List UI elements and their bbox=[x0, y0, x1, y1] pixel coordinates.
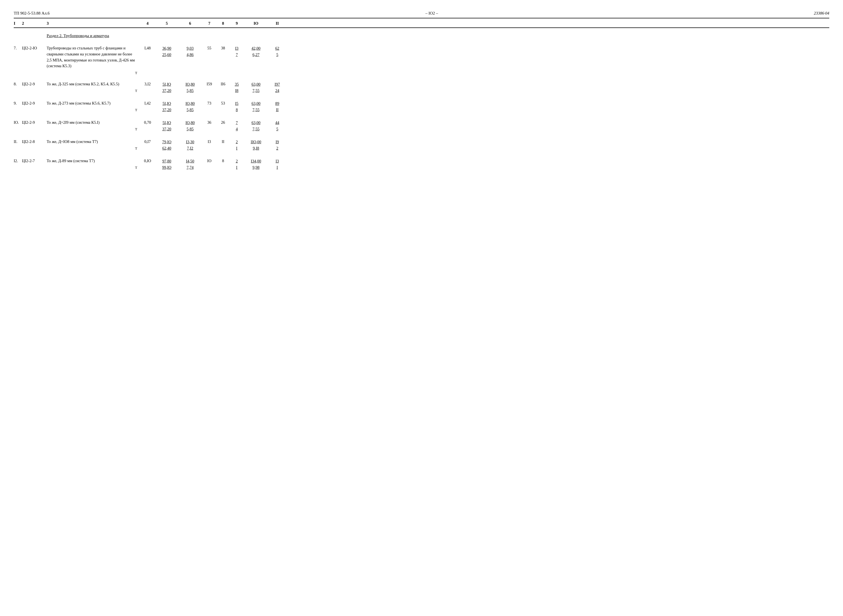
table-row: II. ЦI2-2-8 То же, Д=IO8 мм (система Т7)… bbox=[14, 136, 829, 155]
header-center: – IO2 – bbox=[426, 11, 438, 16]
col10-value: I34,00 9,98 bbox=[244, 158, 268, 171]
col-header-3: 3 bbox=[47, 21, 140, 26]
row-code: ЦI2-2-9 bbox=[22, 120, 47, 125]
col4-value: 0,I7 bbox=[140, 139, 155, 144]
section-title-underlined: Трубопроводы и арматура bbox=[63, 34, 109, 38]
col7-value: 36 bbox=[202, 120, 217, 125]
col6-value: 9,03 4,86 bbox=[178, 45, 202, 58]
row-code: ЦI2-2-9 bbox=[22, 81, 47, 87]
table-body: 7. ЦI2-2-IO Трубопроводы из стальных тру… bbox=[14, 43, 829, 175]
col6-value: IO,80 5,85 bbox=[178, 120, 202, 132]
col9-value: I5 8 bbox=[229, 100, 244, 113]
row-number: 7. bbox=[14, 45, 22, 50]
col-header-4: 4 bbox=[140, 21, 155, 26]
table-row: I2. ЦI2-2-7 То же, Д-89 мм (система Т7) … bbox=[14, 155, 829, 175]
header-left: ТП 902-5-53.88 Ал.6 bbox=[14, 11, 50, 16]
row-number: II. bbox=[14, 139, 22, 144]
col-header-9: 9 bbox=[229, 21, 244, 26]
col8-value: II bbox=[217, 139, 229, 144]
col-header-2: 2 bbox=[22, 21, 47, 26]
col7-value: IO bbox=[202, 158, 217, 163]
col9-value: 2 I bbox=[229, 139, 244, 151]
col4-value: I,48 bbox=[140, 45, 155, 50]
col11-value: I9 2 bbox=[268, 139, 287, 151]
col5-value: 79,IO 62,40 bbox=[155, 139, 178, 151]
col6-value: I3,30 7,I2 bbox=[178, 139, 202, 151]
col7-value: 55 bbox=[202, 45, 217, 50]
table-row: 9. ЦI2-2-9 То же, Д-273 мм (системы К5.6… bbox=[14, 98, 829, 117]
col10-value: IIO,00 9,I8 bbox=[244, 139, 268, 151]
col5-value: 5I,IO 37,20 bbox=[155, 100, 178, 113]
table-row: 7. ЦI2-2-IO Трубопроводы из стальных тру… bbox=[14, 43, 829, 78]
row-description: То же, Д=2I9 мм (система К5.I) Т bbox=[47, 120, 140, 132]
col5-value: 5I,IO 37,20 bbox=[155, 120, 178, 132]
col7-value: I3 bbox=[202, 139, 217, 144]
col4-value: 0,70 bbox=[140, 120, 155, 125]
table-row: 8. ЦI2-2-9 То же, Д-325 мм (система К5.2… bbox=[14, 78, 829, 98]
col6-value: I4,50 7,74 bbox=[178, 158, 202, 171]
col-header-10: IO bbox=[244, 21, 268, 26]
col6-value: IO,80 5,85 bbox=[178, 100, 202, 113]
col11-value: I3 I bbox=[268, 158, 287, 171]
section-title-prefix: Раздел 2. bbox=[47, 34, 63, 38]
header-right: 23386·04 bbox=[814, 11, 829, 16]
col11-value: 44 5 bbox=[268, 120, 287, 132]
col5-value: 5I,IO 37,20 bbox=[155, 81, 178, 94]
col-header-7: 7 bbox=[202, 21, 217, 26]
col9-value: 2 I bbox=[229, 158, 244, 171]
col-header-6: 6 bbox=[178, 21, 202, 26]
col8-value: 38 bbox=[217, 45, 229, 50]
col-header-8: 8 bbox=[217, 21, 229, 26]
row-description: То же, Д=IO8 мм (система Т7) Т bbox=[47, 139, 140, 151]
col6-value: IO,80 5,85 bbox=[178, 81, 202, 94]
row-code: ЦI2-2-7 bbox=[22, 158, 47, 163]
col10-value: 42,00 6,27 bbox=[244, 45, 268, 58]
column-headers: I 2 3 4 5 6 7 8 9 IO II bbox=[14, 19, 829, 28]
col9-value: I3 7 bbox=[229, 45, 244, 58]
col7-value: 73 bbox=[202, 100, 217, 106]
col11-value: 62 5 bbox=[268, 45, 287, 58]
row-description: То же, Д-273 мм (системы К5.6, К5.7) Т bbox=[47, 100, 140, 113]
col8-value: 26 bbox=[217, 120, 229, 125]
col4-value: I,42 bbox=[140, 100, 155, 106]
col8-value: 53 bbox=[217, 100, 229, 106]
col8-value: 8 bbox=[217, 158, 229, 163]
col4-value: 0,IO bbox=[140, 158, 155, 163]
row-description: То же, Д-89 мм (система Т7) Т bbox=[47, 158, 140, 170]
top-divider bbox=[14, 18, 829, 18]
row-number: I2. bbox=[14, 158, 22, 163]
col-header-11: II bbox=[268, 21, 287, 26]
section-title: Раздел 2. Трубопроводы и арматура bbox=[47, 34, 829, 38]
row-code: ЦI2-2-IO bbox=[22, 45, 47, 50]
col8-value: II6 bbox=[217, 81, 229, 87]
col10-value: 63,00 7,55 bbox=[244, 81, 268, 94]
row-code: ЦI2-2-8 bbox=[22, 139, 47, 144]
col4-value: 3,I2 bbox=[140, 81, 155, 87]
header-line: ТП 902-5-53.88 Ал.6 – IO2 – 23386·04 bbox=[14, 11, 829, 16]
col5-value: 36,90 25,60 bbox=[155, 45, 178, 58]
table-row: IO. ЦI2-2-9 То же, Д=2I9 мм (система К5.… bbox=[14, 117, 829, 136]
row-code: ЦI2-2-9 bbox=[22, 100, 47, 106]
row-number: IO. bbox=[14, 120, 22, 125]
col11-value: 89 II bbox=[268, 100, 287, 113]
row-description: Трубопроводы из стальных труб с фланцами… bbox=[47, 45, 140, 76]
col11-value: I97 24 bbox=[268, 81, 287, 94]
col10-value: 63,00 7,55 bbox=[244, 120, 268, 132]
col-header-5: 5 bbox=[155, 21, 178, 26]
col9-value: 7 4 bbox=[229, 120, 244, 132]
row-description: То же, Д-325 мм (система К5.2, К5.4, К5.… bbox=[47, 81, 140, 94]
col10-value: 63,00 7,55 bbox=[244, 100, 268, 113]
col5-value: 97,80 99,IO bbox=[155, 158, 178, 171]
row-number: 9. bbox=[14, 100, 22, 106]
col7-value: I59 bbox=[202, 81, 217, 87]
row-number: 8. bbox=[14, 81, 22, 87]
col9-value: 35 I8 bbox=[229, 81, 244, 94]
col-header-1: I bbox=[14, 21, 22, 26]
